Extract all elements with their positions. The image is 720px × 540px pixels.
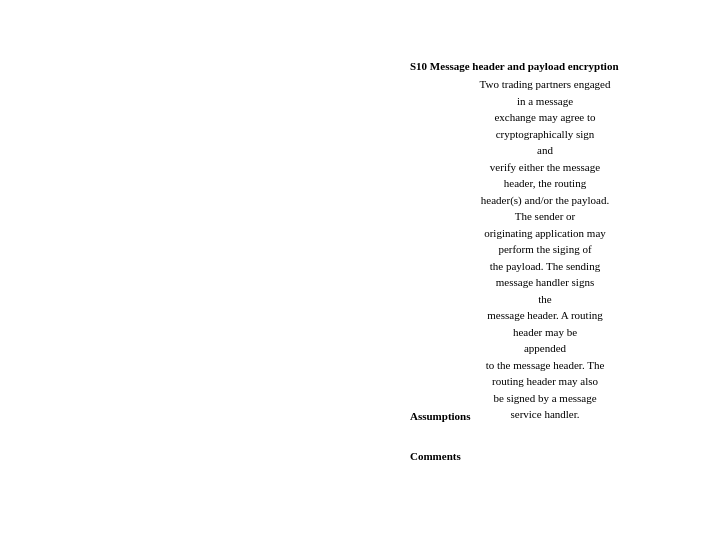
body-line: Two trading partners engaged [410, 76, 680, 93]
body-line: header may be [410, 324, 680, 341]
body-line: in a message [410, 93, 680, 110]
body-line: perform the siging of [410, 241, 680, 258]
body-line: the payload. The sending [410, 258, 680, 275]
body-line: The sender or [410, 208, 680, 225]
body-line: message handler signs [410, 274, 680, 291]
page-content: S10 Message header and payload encryptio… [0, 0, 720, 540]
section-title: S10 Message header and payload encryptio… [410, 60, 680, 72]
body-line: header(s) and/or the payload. [410, 192, 680, 209]
section-body: Two trading partners engagedin a message… [410, 76, 680, 423]
body-line: originating application may [410, 225, 680, 242]
body-line: exchange may agree to [410, 109, 680, 126]
body-line: to the message header. The [410, 357, 680, 374]
body-line: header, the routing [410, 175, 680, 192]
comments-title: Comments [410, 450, 680, 462]
assumptions-title: Assumptions [410, 410, 680, 422]
body-line: be signed by a message [410, 390, 680, 407]
body-line: verify either the message [410, 159, 680, 176]
body-line: and [410, 142, 680, 159]
body-line: appended [410, 340, 680, 357]
body-line: cryptographically sign [410, 126, 680, 143]
s10-section: S10 Message header and payload encryptio… [410, 60, 680, 423]
body-line: message header. A routing [410, 307, 680, 324]
assumptions-block: Assumptions [410, 410, 680, 428]
body-line: the [410, 291, 680, 308]
comments-block: Comments [410, 450, 680, 462]
body-line: routing header may also [410, 373, 680, 390]
